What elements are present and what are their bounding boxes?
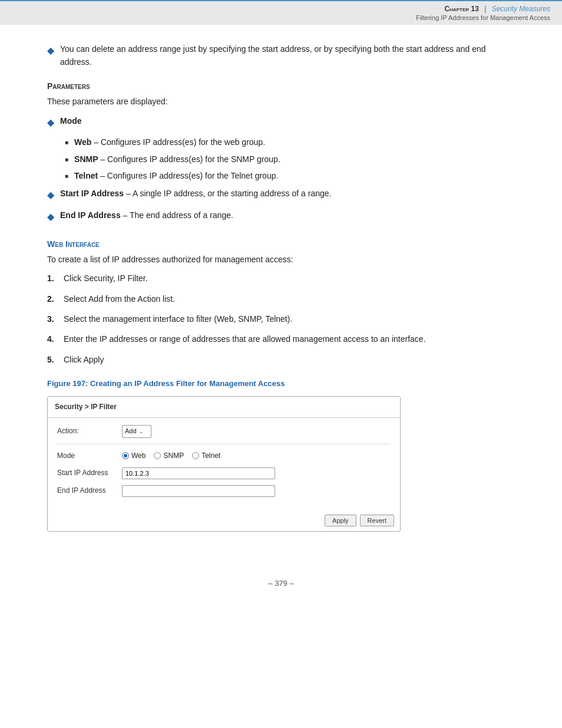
diamond-icon: ◆ (47, 43, 54, 58)
figure-caption: Figure 197: Creating an IP Address Filte… (47, 378, 515, 390)
web-interface-heading: Web Interface (47, 238, 515, 251)
radio-web[interactable]: Web (122, 450, 146, 462)
web-sub-bullet: ■ Web – Configures IP address(es) for th… (65, 136, 515, 149)
end-ip-diamond-icon: ◆ (47, 209, 54, 225)
action-label: Action: (57, 426, 122, 437)
apply-button[interactable]: Apply (325, 515, 356, 526)
action-value: Add (125, 426, 137, 437)
snmp-term: SNMP (74, 154, 98, 164)
step-4: 4. Enter the IP addresses or range of ad… (47, 332, 515, 345)
end-ip-row: End IP Address (57, 485, 391, 497)
web-sub-text: Web – Configures IP address(es) for the … (74, 136, 265, 149)
intro-bullet: ◆ You can delete an address range just b… (47, 42, 515, 69)
ui-panel-title: Security > IP Filter (48, 397, 400, 418)
step-1-num: 1. (47, 272, 64, 285)
mode-diamond-icon: ◆ (47, 115, 54, 130)
start-ip-bullet: ◆ Start IP Address – A single IP address… (47, 187, 515, 203)
header-subsection: Filtering IP Addresses for Management Ac… (0, 14, 550, 21)
snmp-sub-text: SNMP – Configures IP address(es) for the… (74, 153, 280, 166)
step-2: 2. Select Add from the Action list. (47, 292, 515, 305)
ui-panel-body: Action: Add ⌄ Mode Web (48, 418, 400, 510)
end-ip-bullet: ◆ End IP Address – The end address of a … (47, 209, 515, 225)
telnet-square-icon: ■ (65, 172, 68, 181)
page-footer: – 379 – (0, 579, 562, 599)
step-4-num: 4. (47, 332, 64, 345)
start-ip-desc: – A single IP address, or the starting a… (126, 189, 331, 198)
snmp-desc: – Configures IP address(es) for the SNMP… (100, 154, 280, 164)
web-desc: – Configures IP address(es) for the web … (94, 137, 265, 147)
radio-web-label: Web (131, 450, 146, 462)
step-3-text: Select the management interface to filte… (64, 312, 292, 325)
end-ip-desc: – The end address of a range. (123, 210, 233, 220)
step-5-text: Click Apply (64, 353, 104, 366)
web-square-icon: ■ (65, 138, 68, 147)
parameters-heading: Parameters (47, 80, 515, 93)
action-row: Action: Add ⌄ (57, 425, 391, 438)
action-select[interactable]: Add ⌄ (122, 425, 151, 438)
header-section: Security Measures (492, 5, 550, 13)
mode-ui-label: Mode (57, 450, 122, 462)
end-ip-input[interactable] (122, 485, 275, 497)
ui-footer: Apply Revert (48, 510, 400, 531)
page-number: – 379 – (268, 579, 293, 588)
intro-bullet-text: You can delete an address range just by … (60, 42, 515, 69)
step-5: 5. Click Apply (47, 353, 515, 366)
web-term: Web (74, 137, 91, 147)
step-3: 3. Select the management interface to fi… (47, 312, 515, 325)
select-chevron-icon: ⌄ (139, 427, 144, 436)
snmp-square-icon: ■ (65, 155, 68, 164)
step-4-text: Enter the IP addresses or range of addre… (64, 332, 426, 345)
end-ip-text: End IP Address – The end address of a ra… (60, 209, 515, 222)
radio-snmp-label: SNMP (163, 450, 184, 462)
ui-panel: Security > IP Filter Action: Add ⌄ Mode (47, 396, 401, 532)
step-1-text: Click Security, IP Filter. (64, 272, 148, 285)
start-ip-diamond-icon: ◆ (47, 187, 54, 203)
divider-1 (57, 444, 391, 444)
start-ip-text: Start IP Address – A single IP address, … (60, 187, 515, 200)
page-content: ◆ You can delete an address range just b… (0, 25, 562, 555)
chapter-label: Chapter 13 (445, 5, 479, 13)
step-2-num: 2. (47, 292, 64, 305)
step-2-text: Select Add from the Action list. (64, 292, 175, 305)
radio-telnet-label: Telnet (201, 450, 220, 462)
radio-group: Web SNMP Telnet (122, 450, 220, 462)
parameters-desc: These parameters are displayed: (47, 95, 515, 108)
radio-telnet-circle (192, 452, 199, 459)
mode-bullet: ◆ Mode (47, 114, 515, 130)
telnet-sub-text: Telnet – Configures IP address(es) for t… (74, 169, 278, 182)
start-ip-input[interactable] (122, 467, 275, 479)
start-ip-row: Start IP Address (57, 467, 391, 479)
radio-snmp[interactable]: SNMP (154, 450, 184, 462)
header-separator: | (484, 5, 486, 13)
page-header: Chapter 13 | Security Measures Filtering… (0, 0, 562, 25)
telnet-desc: – Configures IP address(es) for the Teln… (100, 171, 278, 180)
telnet-term: Telnet (74, 171, 98, 180)
web-interface-desc: To create a list of IP addresses authori… (47, 253, 515, 266)
revert-button[interactable]: Revert (360, 515, 394, 526)
steps-list: 1. Click Security, IP Filter. 2. Select … (47, 272, 515, 366)
step-3-num: 3. (47, 312, 64, 325)
radio-web-circle (122, 452, 129, 459)
start-ip-label: Start IP Address (60, 189, 124, 198)
mode-row: Mode Web SNMP Telnet (57, 450, 391, 462)
mode-label: Mode (60, 114, 515, 127)
step-5-num: 5. (47, 353, 64, 366)
end-ip-ui-label: End IP Address (57, 485, 122, 496)
start-ip-ui-label: Start IP Address (57, 467, 122, 479)
action-select-wrapper: Add ⌄ (122, 425, 151, 438)
radio-snmp-circle (154, 452, 161, 459)
snmp-sub-bullet: ■ SNMP – Configures IP address(es) for t… (65, 153, 515, 166)
end-ip-label: End IP Address (60, 210, 121, 220)
telnet-sub-bullet: ■ Telnet – Configures IP address(es) for… (65, 169, 515, 182)
step-1: 1. Click Security, IP Filter. (47, 272, 515, 285)
radio-telnet[interactable]: Telnet (192, 450, 220, 462)
